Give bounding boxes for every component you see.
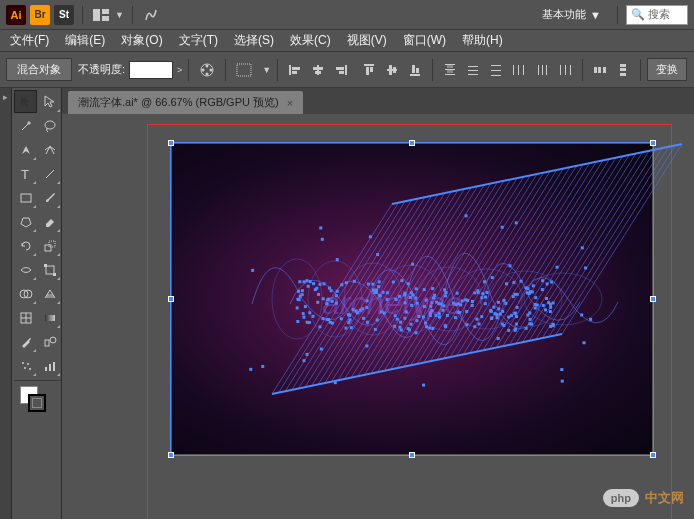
gradient-tool[interactable] <box>38 306 61 329</box>
selection-tool[interactable] <box>14 90 37 113</box>
svg-rect-8 <box>237 64 251 76</box>
align-bottom-icon[interactable] <box>404 59 426 81</box>
align-right-icon[interactable] <box>330 59 352 81</box>
paintbrush-tool[interactable] <box>38 186 61 209</box>
dist-left-icon[interactable] <box>508 59 530 81</box>
gpu-icon[interactable] <box>141 5 161 25</box>
selection-handle[interactable] <box>168 452 174 458</box>
dropdown-icon[interactable]: ▼ <box>115 10 124 20</box>
selection-bounds <box>170 142 654 456</box>
svg-rect-61 <box>53 273 56 276</box>
perspective-grid-tool[interactable] <box>38 282 61 305</box>
dist-bottom-icon[interactable] <box>485 59 507 81</box>
menu-object[interactable]: 对象(O) <box>113 32 170 49</box>
menu-window[interactable]: 窗口(W) <box>395 32 454 49</box>
width-tool[interactable] <box>14 258 37 281</box>
collapse-icon[interactable]: ▸ <box>3 92 8 102</box>
svg-rect-17 <box>339 71 344 74</box>
svg-rect-11 <box>292 71 297 74</box>
graph-tool[interactable] <box>38 354 61 377</box>
opacity-dropdown-icon[interactable]: > <box>177 65 182 75</box>
dropdown-icon[interactable]: ▼ <box>262 65 271 75</box>
selection-handle[interactable] <box>168 140 174 146</box>
type-tool[interactable]: T <box>14 162 37 185</box>
dist-right-icon[interactable] <box>554 59 576 81</box>
object-type-label: 混合对象 <box>6 58 72 81</box>
selection-handle[interactable] <box>409 140 415 146</box>
menu-help[interactable]: 帮助(H) <box>454 32 511 49</box>
selection-handle[interactable] <box>650 452 656 458</box>
selection-handle[interactable] <box>650 296 656 302</box>
transform-button[interactable]: 变换 <box>647 58 687 81</box>
eraser-tool[interactable] <box>38 210 61 233</box>
direct-selection-tool[interactable] <box>38 90 61 113</box>
align-to-icon[interactable] <box>232 58 256 82</box>
svg-point-72 <box>24 367 26 369</box>
svg-rect-32 <box>468 66 478 67</box>
canvas[interactable]: archetype php 中文网 <box>62 114 694 519</box>
menu-effect[interactable]: 效果(C) <box>282 32 339 49</box>
svg-rect-0 <box>93 9 100 21</box>
free-transform-tool[interactable] <box>38 258 61 281</box>
curvature-tool[interactable] <box>38 138 61 161</box>
eyedropper-tool[interactable] <box>14 330 37 353</box>
svg-rect-36 <box>491 70 501 71</box>
svg-rect-27 <box>445 64 455 65</box>
dist-top-icon[interactable] <box>439 59 461 81</box>
svg-rect-23 <box>393 67 396 73</box>
svg-rect-29 <box>445 74 455 75</box>
separator <box>640 59 641 81</box>
close-icon[interactable]: × <box>287 97 293 109</box>
search-input[interactable]: 🔍 搜索 <box>626 5 688 25</box>
selection-handle[interactable] <box>650 140 656 146</box>
spacing-v-icon[interactable] <box>612 59 634 81</box>
line-tool[interactable] <box>38 162 61 185</box>
magic-wand-tool[interactable] <box>14 114 37 137</box>
blend-tool[interactable] <box>38 330 61 353</box>
dist-vcenter-icon[interactable] <box>462 59 484 81</box>
align-hcenter-icon[interactable] <box>307 59 329 81</box>
symbol-sprayer-tool[interactable] <box>14 354 37 377</box>
rectangle-tool[interactable] <box>14 186 37 209</box>
svg-point-7 <box>202 68 205 71</box>
menu-view[interactable]: 视图(V) <box>339 32 395 49</box>
pen-tool[interactable] <box>14 138 37 161</box>
color-swatches[interactable] <box>14 384 61 414</box>
stock-icon[interactable]: St <box>54 5 74 25</box>
document-tab[interactable]: 潮流字体.ai* @ 66.67% (RGB/GPU 预览) × <box>68 91 303 114</box>
svg-rect-76 <box>53 362 55 371</box>
stroke-swatch[interactable] <box>28 394 46 412</box>
spacing-h-icon[interactable] <box>589 59 611 81</box>
selection-handle[interactable] <box>409 452 415 458</box>
svg-rect-57 <box>45 245 51 251</box>
svg-rect-49 <box>603 67 606 73</box>
svg-rect-20 <box>370 67 373 72</box>
menu-file[interactable]: 文件(F) <box>2 32 57 49</box>
align-vertical-group <box>358 59 426 81</box>
bridge-icon[interactable]: Br <box>30 5 50 25</box>
align-top-icon[interactable] <box>358 59 380 81</box>
menu-edit[interactable]: 编辑(E) <box>57 32 113 49</box>
svg-rect-42 <box>542 65 543 75</box>
svg-rect-58 <box>49 241 55 247</box>
opacity-input[interactable] <box>129 61 173 79</box>
align-left-icon[interactable] <box>284 59 306 81</box>
lasso-tool[interactable] <box>38 114 61 137</box>
dist-hcenter-icon[interactable] <box>531 59 553 81</box>
rotate-tool[interactable] <box>14 234 37 257</box>
svg-rect-25 <box>412 65 415 73</box>
svg-rect-51 <box>620 68 626 71</box>
menu-bar: 文件(F) 编辑(E) 对象(O) 文字(T) 选择(S) 效果(C) 视图(V… <box>0 30 694 52</box>
shape-builder-tool[interactable] <box>14 282 37 305</box>
arrange-icon[interactable] <box>91 5 111 25</box>
separator <box>188 59 189 81</box>
menu-type[interactable]: 文字(T) <box>171 32 226 49</box>
scale-tool[interactable] <box>38 234 61 257</box>
workspace-switcher[interactable]: 基本功能 ▼ <box>534 5 609 24</box>
align-vcenter-icon[interactable] <box>381 59 403 81</box>
mesh-tool[interactable] <box>14 306 37 329</box>
tab-title: 潮流字体.ai* @ 66.67% (RGB/GPU 预览) <box>78 95 279 110</box>
recolor-icon[interactable] <box>195 58 219 82</box>
shaper-tool[interactable] <box>14 210 37 233</box>
menu-select[interactable]: 选择(S) <box>226 32 282 49</box>
